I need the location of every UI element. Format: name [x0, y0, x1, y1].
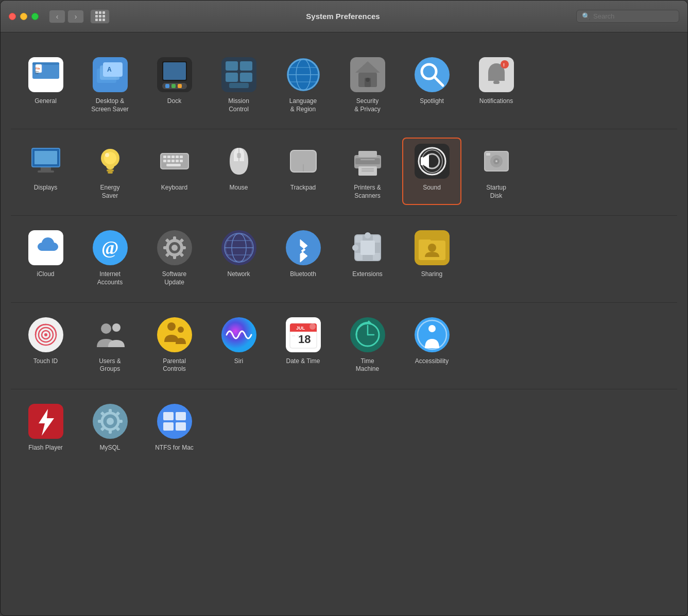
svg-rect-77	[362, 168, 374, 169]
pref-item-spotlight[interactable]: Spotlight	[402, 51, 461, 118]
pref-icon-displays	[27, 143, 64, 180]
pref-item-bluetooth[interactable]: Bluetooth	[273, 224, 333, 292]
pref-label-trackpad: Trackpad	[290, 184, 316, 192]
svg-rect-46	[41, 167, 51, 170]
pref-item-ntfs[interactable]: NTFS for Mac	[145, 398, 204, 457]
svg-rect-121	[419, 239, 431, 244]
svg-point-130	[157, 317, 192, 352]
svg-text:!: !	[503, 62, 505, 67]
pref-item-printers[interactable]: Printers &Scanners	[338, 138, 397, 205]
pref-icon-network	[220, 229, 257, 266]
section-system: Touch ID Users &Groups	[11, 303, 677, 389]
pref-icon-bluetooth	[285, 229, 322, 266]
pref-item-timemachine[interactable]: TimeMachine	[338, 311, 397, 379]
pref-item-flash[interactable]: Flash Player	[16, 398, 75, 457]
pref-item-sharing[interactable]: Sharing	[402, 224, 461, 292]
svg-rect-89	[486, 153, 490, 156]
pref-item-energy[interactable]: EnergySaver	[80, 138, 140, 205]
titlebar: ‹ › System Preferences 🔍	[1, 1, 687, 32]
svg-rect-98	[163, 246, 167, 249]
search-bar[interactable]: 🔍	[576, 10, 679, 23]
close-button[interactable]	[9, 13, 16, 20]
pref-item-keyboard[interactable]: Keyboard	[145, 138, 204, 205]
pref-icon-mouse	[220, 143, 257, 180]
svg-rect-118	[360, 241, 375, 255]
pref-item-siri[interactable]: Siri	[209, 311, 268, 379]
pref-label-users: Users &Groups	[99, 357, 121, 373]
pref-item-accessibility[interactable]: Accessibility	[402, 311, 461, 379]
svg-text:JUL: JUL	[296, 326, 305, 331]
pref-label-siri: Siri	[234, 357, 243, 366]
search-input[interactable]	[593, 12, 674, 20]
svg-point-129	[112, 323, 121, 332]
pref-item-software-update[interactable]: SoftwareUpdate	[145, 224, 204, 292]
pref-item-datetime[interactable]: JUL 18 Date & Time	[273, 311, 333, 379]
pref-item-language[interactable]: Language& Region	[273, 51, 333, 118]
search-icon: 🔍	[582, 12, 590, 20]
svg-rect-157	[98, 420, 102, 423]
pref-item-users[interactable]: Users &Groups	[80, 311, 140, 379]
svg-rect-48	[35, 151, 57, 164]
pref-item-network[interactable]: Network	[209, 224, 268, 292]
forward-button[interactable]: ›	[67, 10, 84, 23]
pref-item-dock[interactable]: Dock	[145, 51, 204, 118]
pref-icon-trackpad	[285, 143, 322, 180]
pref-item-sound[interactable]: Sound	[402, 138, 461, 205]
svg-point-132	[178, 327, 184, 333]
svg-rect-167	[176, 422, 186, 431]
pref-item-trackpad[interactable]: Trackpad	[273, 138, 333, 205]
pref-item-extensions[interactable]: Extensions	[338, 224, 397, 292]
back-button[interactable]: ‹	[49, 10, 65, 23]
pref-item-general[interactable]: File New One General	[16, 51, 75, 118]
pref-label-bluetooth: Bluetooth	[290, 270, 316, 279]
pref-icon-security	[349, 56, 386, 93]
pref-label-sharing: Sharing	[421, 270, 442, 279]
pref-item-internet-accounts[interactable]: @ InternetAccounts	[80, 224, 140, 292]
pref-item-desktop[interactable]: A Desktop &Screen Saver	[80, 51, 140, 118]
pref-item-startup[interactable]: StartupDisk	[467, 138, 526, 205]
hardware-icons-grid: Displays	[16, 138, 672, 205]
svg-rect-64	[176, 160, 179, 162]
show-all-button[interactable]	[90, 9, 110, 24]
pref-icon-notifications: !	[478, 56, 515, 93]
maximize-button[interactable]	[31, 13, 39, 20]
pref-item-parental[interactable]: ParentalControls	[145, 311, 204, 379]
traffic-lights	[9, 13, 39, 20]
pref-item-notifications[interactable]: ! Notifications	[467, 51, 526, 118]
svg-rect-76	[360, 159, 375, 160]
svg-rect-79	[415, 144, 450, 179]
svg-point-53	[105, 153, 109, 157]
svg-point-88	[495, 160, 497, 162]
svg-rect-22	[240, 61, 252, 71]
back-icon: ‹	[56, 12, 59, 21]
minimize-button[interactable]	[20, 13, 27, 20]
pref-item-touchid[interactable]: Touch ID	[16, 311, 75, 379]
svg-rect-164	[163, 412, 174, 420]
svg-point-149	[428, 325, 436, 332]
svg-point-163	[157, 404, 192, 439]
pref-label-desktop: Desktop &Screen Saver	[91, 97, 129, 113]
svg-point-37	[415, 57, 450, 92]
pref-item-mysql[interactable]: MySQL	[80, 398, 140, 457]
svg-text:@: @	[101, 237, 119, 258]
window-title: System Preferences	[116, 12, 570, 21]
pref-icon-printers	[349, 143, 386, 180]
svg-rect-62	[167, 160, 170, 162]
pref-item-security[interactable]: Security& Privacy	[338, 51, 397, 118]
pref-item-mouse[interactable]: Mouse	[209, 138, 268, 205]
svg-rect-73	[358, 151, 377, 157]
section-hardware: Displays	[11, 129, 677, 216]
pref-label-datetime: Date & Time	[286, 357, 320, 366]
svg-rect-21	[226, 61, 238, 71]
pref-label-accessibility: Accessibility	[415, 357, 449, 366]
pref-icon-timemachine	[349, 316, 386, 353]
pref-item-mission[interactable]: MissionControl	[209, 51, 268, 118]
pref-item-icloud[interactable]: iCloud	[16, 224, 75, 292]
svg-rect-56	[163, 156, 166, 158]
pref-label-energy: EnergySaver	[100, 184, 119, 200]
svg-point-140	[309, 323, 316, 330]
svg-text:File: File	[36, 67, 40, 70]
pref-icon-parental	[156, 316, 193, 353]
pref-item-displays[interactable]: Displays	[16, 138, 75, 205]
pref-icon-users	[92, 316, 129, 353]
